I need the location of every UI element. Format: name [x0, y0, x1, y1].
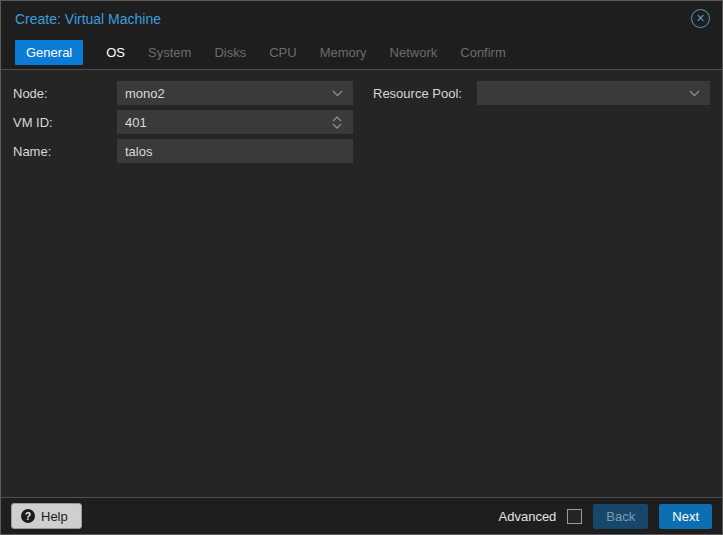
- node-label: Node:: [13, 86, 117, 101]
- dialog-title: Create: Virtual Machine: [15, 11, 161, 27]
- tab-confirm: Confirm: [460, 40, 506, 65]
- create-vm-dialog: Create: Virtual Machine ✕ General OS Sys…: [0, 0, 723, 535]
- dialog-footer: ? Help Advanced Back Next: [1, 498, 722, 534]
- question-circle-icon: ?: [21, 509, 35, 523]
- spinner-up-down-icon[interactable]: [329, 110, 345, 134]
- help-button-label: Help: [41, 509, 68, 524]
- footer-actions: Advanced Back Next: [499, 504, 712, 529]
- advanced-checkbox[interactable]: [567, 509, 582, 524]
- chevron-down-icon[interactable]: [329, 81, 345, 105]
- advanced-label: Advanced: [499, 509, 557, 524]
- vmid-spinner[interactable]: 401: [117, 110, 353, 134]
- tab-network: Network: [390, 40, 438, 65]
- form-right-column: Resource Pool:: [373, 81, 710, 105]
- tab-system: System: [148, 40, 191, 65]
- tab-os[interactable]: OS: [106, 40, 125, 65]
- resource-pool-row: Resource Pool:: [373, 81, 710, 105]
- tab-memory: Memory: [320, 40, 367, 65]
- tab-disks: Disks: [214, 40, 246, 65]
- name-value: talos: [125, 144, 345, 159]
- vmid-label: VM ID:: [13, 115, 117, 130]
- name-row: Name: talos: [13, 139, 353, 163]
- form-left-column: Node: mono2 VM ID: 401: [13, 81, 353, 163]
- chevron-down-icon[interactable]: [686, 81, 702, 105]
- node-combobox[interactable]: mono2: [117, 81, 353, 105]
- tab-general[interactable]: General: [15, 40, 83, 65]
- resource-pool-combobox[interactable]: [477, 81, 710, 105]
- help-glyph: ?: [25, 511, 31, 522]
- help-button[interactable]: ? Help: [11, 503, 82, 529]
- vmid-row: VM ID: 401: [13, 110, 353, 134]
- name-label: Name:: [13, 144, 117, 159]
- close-glyph: ✕: [696, 13, 705, 24]
- next-button[interactable]: Next: [659, 504, 712, 529]
- node-value: mono2: [125, 86, 329, 101]
- tab-cpu: CPU: [269, 40, 296, 65]
- node-row: Node: mono2: [13, 81, 353, 105]
- dialog-titlebar: Create: Virtual Machine ✕: [1, 1, 722, 36]
- vmid-value: 401: [125, 115, 329, 130]
- resource-pool-label: Resource Pool:: [373, 86, 477, 101]
- wizard-tabbar: General OS System Disks CPU Memory Netwo…: [1, 36, 722, 69]
- close-icon[interactable]: ✕: [691, 9, 710, 28]
- back-button[interactable]: Back: [593, 504, 648, 529]
- general-form-panel: Node: mono2 VM ID: 401: [1, 69, 722, 498]
- name-input[interactable]: talos: [117, 139, 353, 163]
